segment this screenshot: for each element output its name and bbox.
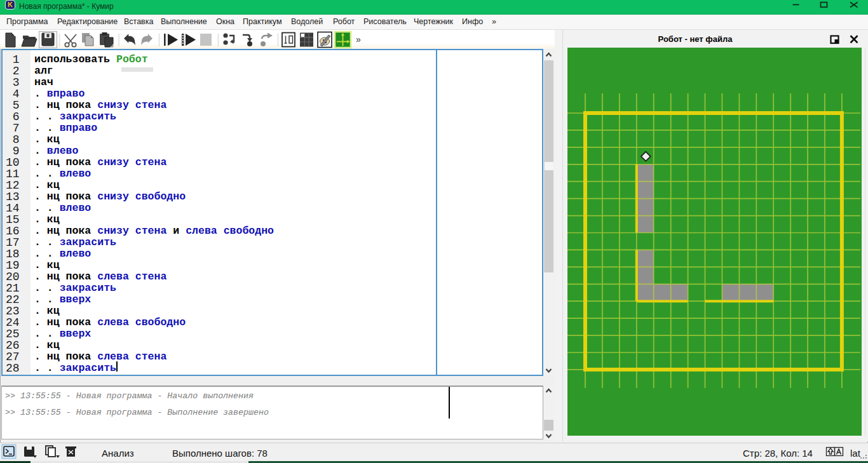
svg-text:»: » xyxy=(356,34,361,44)
